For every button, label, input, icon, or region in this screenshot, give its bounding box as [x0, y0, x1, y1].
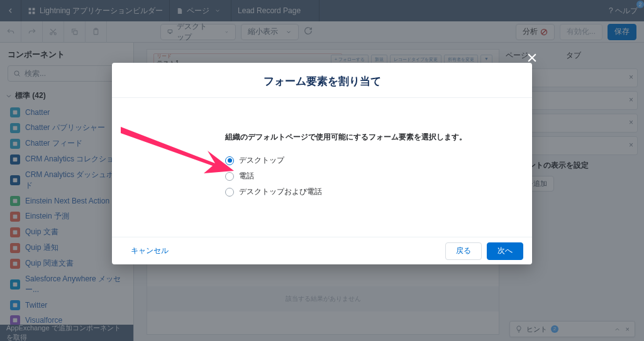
- back-button[interactable]: 戻る: [445, 242, 482, 260]
- radio-indicator: [225, 188, 234, 197]
- radio-desktop[interactable]: デスクトップ: [225, 153, 494, 168]
- modal-lead: 組織のデフォルトページで使用可能にするフォーム要素を選択します。: [225, 132, 494, 143]
- close-icon: [526, 51, 538, 64]
- modal-title: フォーム要素を割り当て: [112, 63, 532, 98]
- assign-form-factor-modal: フォーム要素を割り当て 組織のデフォルトページで使用可能にするフォーム要素を選択…: [112, 63, 532, 264]
- cancel-button[interactable]: キャンセル: [121, 242, 179, 260]
- radio-phone-label: 電話: [239, 171, 254, 181]
- radio-indicator: [225, 156, 234, 165]
- radio-desktop-label: デスクトップ: [239, 155, 284, 166]
- cancel-label: キャンセル: [131, 246, 169, 256]
- radio-indicator: [225, 172, 234, 181]
- radio-desktop-and-phone[interactable]: デスクトップおよび電話: [225, 184, 494, 200]
- back-label: 戻る: [456, 246, 471, 256]
- radio-both-label: デスクトップおよび電話: [239, 187, 322, 197]
- next-label: 次へ: [497, 246, 513, 256]
- radio-phone[interactable]: 電話: [225, 168, 494, 184]
- modal-close-button[interactable]: [526, 51, 538, 67]
- next-button[interactable]: 次へ: [487, 242, 523, 260]
